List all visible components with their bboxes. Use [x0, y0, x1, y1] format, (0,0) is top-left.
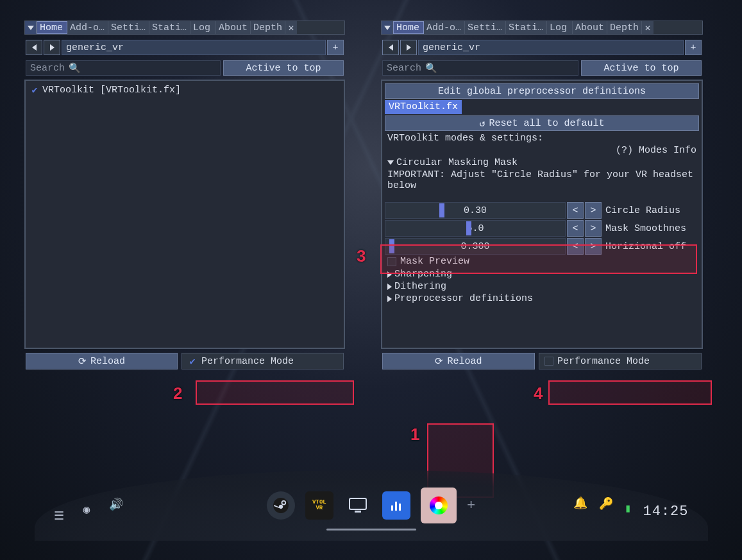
checkbox-icon[interactable]	[387, 257, 396, 266]
tab-label: Depth	[610, 22, 639, 33]
tab-log[interactable]: Log	[547, 21, 573, 34]
performance-mode-toggle[interactable]: Performance Mode	[539, 353, 702, 369]
menu-icon[interactable]: ☰	[54, 509, 64, 523]
bell-icon[interactable]: 🔔	[573, 496, 587, 510]
button-label: Reload	[447, 356, 482, 367]
tab-label: Log	[550, 22, 567, 33]
performance-mode-toggle[interactable]: ✔ Performance Mode	[181, 353, 344, 369]
tab-home[interactable]: Home	[37, 21, 67, 34]
profile-nav-row: generic_vr +	[24, 40, 345, 55]
prev-profile-button[interactable]	[26, 40, 42, 55]
tabbar-dropdown[interactable]	[25, 21, 37, 34]
tab-settings[interactable]: Setti…	[465, 21, 506, 34]
edit-globals-button[interactable]: Edit global preprocessor definitions	[385, 83, 699, 99]
mask-preview-toggle[interactable]: Mask Preview	[385, 255, 699, 268]
tab-label: Stati…	[509, 22, 543, 33]
tab-log[interactable]: Log	[190, 21, 216, 34]
dock-add-button[interactable]: +	[467, 498, 475, 514]
tab-label: About	[219, 22, 248, 33]
button-label: Reset all to default	[489, 118, 605, 129]
slider-track[interactable]: 0.30	[385, 202, 566, 219]
reshade-icon	[430, 496, 448, 514]
undo-icon: ↺	[479, 117, 485, 130]
tabbar-dropdown[interactable]	[382, 21, 393, 34]
slider-handle[interactable]	[389, 239, 394, 253]
volume-icon[interactable]: 🔊	[109, 497, 123, 511]
dock-app-reshade[interactable]	[421, 488, 457, 523]
search-placeholder: Search	[387, 63, 421, 74]
dock-app-perfchart[interactable]	[382, 491, 410, 520]
decrement-button[interactable]: <	[567, 220, 584, 237]
decrement-button[interactable]: <	[567, 202, 584, 219]
tab-statistics[interactable]: Stati…	[149, 21, 190, 34]
tab-home[interactable]: Home	[393, 21, 424, 34]
search-input[interactable]: Search 🔍	[26, 60, 221, 76]
close-panel[interactable]: ✕	[285, 21, 297, 34]
effect-label: VRToolkit [VRToolkit.fx]	[42, 85, 181, 96]
next-profile-button[interactable]	[44, 40, 60, 55]
tab-label: Home	[40, 22, 63, 33]
reload-button[interactable]: ⟳ Reload	[382, 353, 535, 369]
dock-app-vtolvr[interactable]: VTOLVR	[305, 491, 333, 520]
active-to-top-button[interactable]: Active to top	[581, 60, 702, 76]
tab-depth[interactable]: Depth	[251, 21, 285, 34]
add-profile-button[interactable]: +	[327, 40, 344, 55]
close-panel[interactable]: ✕	[642, 21, 653, 34]
dock-app-steam[interactable]	[267, 491, 295, 520]
dock-right-status: 🔔 🔑 ▮ 14:25	[573, 496, 689, 527]
tab-addons[interactable]: Add-o…	[424, 21, 465, 34]
increment-button[interactable]: >	[585, 202, 602, 219]
vtolvr-icon: VTOLVR	[312, 500, 326, 511]
key-icon[interactable]: 🔑	[599, 496, 613, 511]
increment-button[interactable]: >	[585, 238, 602, 255]
prev-profile-button[interactable]	[382, 40, 399, 55]
increment-button[interactable]: >	[585, 220, 602, 237]
tab-depth[interactable]: Depth	[607, 21, 642, 34]
dock-left-controls: ☰ ◉ 🔊	[54, 497, 124, 523]
tab-bar: Home Add-o… Setti… Stati… Log About Dept…	[381, 21, 703, 35]
slider-label: Horizional off	[603, 241, 699, 252]
recenter-icon[interactable]: ◉	[83, 502, 90, 516]
slider-handle[interactable]	[439, 203, 444, 217]
reload-button[interactable]: ⟳ Reload	[26, 353, 178, 369]
tab-label: Setti…	[111, 22, 146, 33]
add-profile-button[interactable]: +	[685, 40, 702, 55]
active-to-top-button[interactable]: Active to top	[223, 60, 344, 76]
dock-handle[interactable]	[326, 529, 416, 530]
file-tag[interactable]: VRToolkit.fx	[385, 100, 462, 114]
tab-addons[interactable]: Add-o…	[67, 21, 108, 34]
tab-label: About	[575, 22, 604, 33]
modes-info-link[interactable]: (?) Modes Info	[385, 144, 699, 157]
svg-rect-5	[391, 505, 393, 511]
search-placeholder: Search	[30, 63, 65, 74]
section-sharpening[interactable]: Sharpening	[385, 268, 699, 280]
checkbox-icon[interactable]	[544, 357, 553, 366]
profile-name-field[interactable]: generic_vr	[418, 40, 684, 55]
effect-item[interactable]: ✔ VRToolkit [VRToolkit.fx]	[30, 85, 340, 96]
profile-nav-row: generic_vr +	[381, 40, 703, 55]
profile-name: generic_vr	[423, 42, 480, 53]
decrement-button[interactable]: <	[567, 238, 584, 255]
chevron-right-icon	[387, 284, 392, 290]
next-profile-button[interactable]	[400, 40, 417, 55]
dock-app-desktop[interactable]	[344, 491, 372, 520]
profile-name-field[interactable]: generic_vr	[62, 40, 326, 55]
button-label: Reload	[90, 356, 125, 367]
slider-track[interactable]: 0.300	[385, 238, 566, 255]
tab-settings[interactable]: Setti…	[108, 21, 149, 34]
tab-about[interactable]: About	[216, 21, 251, 34]
svg-rect-6	[395, 502, 397, 511]
slider-track[interactable]: 5.0	[385, 220, 566, 237]
tab-about[interactable]: About	[573, 21, 607, 34]
chevron-left-icon	[389, 44, 393, 51]
section-circular-masking[interactable]: Circular Masking Mask	[385, 157, 699, 169]
slider-handle[interactable]	[466, 221, 471, 235]
section-preprocessor[interactable]: Preprocessor definitions	[385, 293, 699, 305]
reset-all-button[interactable]: ↺ Reset all to default	[385, 115, 699, 131]
section-label: Preprocessor definitions	[394, 293, 533, 304]
section-dithering[interactable]: Dithering	[385, 280, 699, 293]
tab-statistics[interactable]: Stati…	[506, 21, 547, 34]
tab-label: Add-o…	[70, 22, 105, 33]
search-input[interactable]: Search 🔍	[382, 60, 578, 76]
check-icon[interactable]: ✔	[30, 85, 40, 96]
